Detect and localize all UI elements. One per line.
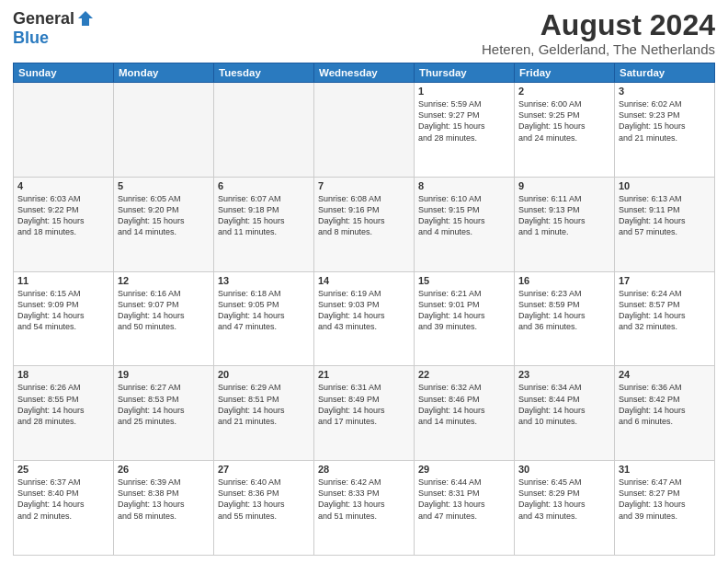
logo: General Blue [13, 9, 95, 48]
day-number: 10 [619, 180, 711, 191]
calendar-cell: 30Sunrise: 6:45 AM Sunset: 8:29 PM Dayli… [515, 461, 615, 556]
month-year: August 2024 [482, 9, 715, 41]
day-number: 31 [619, 464, 711, 475]
day-info: Sunrise: 6:21 AM Sunset: 9:01 PM Dayligh… [418, 288, 510, 333]
day-info: Sunrise: 6:27 AM Sunset: 8:53 PM Dayligh… [118, 382, 210, 427]
calendar-cell: 26Sunrise: 6:39 AM Sunset: 8:38 PM Dayli… [114, 461, 214, 556]
day-info: Sunrise: 6:29 AM Sunset: 8:51 PM Dayligh… [218, 382, 310, 427]
calendar-week-row: 1Sunrise: 5:59 AM Sunset: 9:27 PM Daylig… [14, 83, 715, 178]
day-info: Sunrise: 6:24 AM Sunset: 8:57 PM Dayligh… [619, 288, 711, 333]
calendar-cell: 2Sunrise: 6:00 AM Sunset: 9:25 PM Daylig… [515, 83, 615, 178]
day-number: 17 [619, 275, 711, 286]
day-info: Sunrise: 6:26 AM Sunset: 8:55 PM Dayligh… [17, 382, 109, 427]
day-info: Sunrise: 6:32 AM Sunset: 8:46 PM Dayligh… [418, 382, 510, 427]
day-number: 15 [418, 275, 510, 286]
svg-marker-0 [78, 11, 93, 26]
calendar-cell: 15Sunrise: 6:21 AM Sunset: 9:01 PM Dayli… [415, 271, 515, 366]
day-number: 2 [518, 86, 610, 97]
day-info: Sunrise: 6:39 AM Sunset: 8:38 PM Dayligh… [118, 477, 210, 522]
day-number: 12 [118, 275, 210, 286]
calendar-cell: 31Sunrise: 6:47 AM Sunset: 8:27 PM Dayli… [615, 461, 715, 556]
calendar-cell: 29Sunrise: 6:44 AM Sunset: 8:31 PM Dayli… [415, 461, 515, 556]
calendar-cell [214, 83, 314, 178]
day-info: Sunrise: 6:34 AM Sunset: 8:44 PM Dayligh… [518, 382, 610, 427]
calendar-day-header: Wednesday [314, 63, 415, 83]
logo-blue-text: Blue [13, 29, 49, 48]
location: Heteren, Gelderland, The Netherlands [482, 41, 715, 57]
day-number: 11 [17, 275, 109, 286]
calendar-cell: 6Sunrise: 6:07 AM Sunset: 9:18 PM Daylig… [214, 177, 314, 271]
day-number: 9 [518, 180, 610, 191]
day-number: 23 [518, 369, 610, 380]
calendar-cell: 13Sunrise: 6:18 AM Sunset: 9:05 PM Dayli… [214, 271, 314, 366]
day-info: Sunrise: 6:31 AM Sunset: 8:49 PM Dayligh… [318, 382, 410, 427]
calendar-cell [14, 83, 114, 178]
calendar-cell: 8Sunrise: 6:10 AM Sunset: 9:15 PM Daylig… [415, 177, 515, 271]
logo-icon [76, 9, 95, 28]
calendar-header-row: SundayMondayTuesdayWednesdayThursdayFrid… [14, 63, 715, 83]
calendar-cell: 27Sunrise: 6:40 AM Sunset: 8:36 PM Dayli… [214, 461, 314, 556]
page: General Blue August 2024 Heteren, Gelder… [0, 0, 728, 563]
calendar-day-header: Friday [515, 63, 615, 83]
day-info: Sunrise: 6:47 AM Sunset: 8:27 PM Dayligh… [619, 477, 711, 522]
day-info: Sunrise: 6:05 AM Sunset: 9:20 PM Dayligh… [118, 193, 210, 238]
calendar-cell: 17Sunrise: 6:24 AM Sunset: 8:57 PM Dayli… [615, 271, 715, 366]
calendar-cell: 5Sunrise: 6:05 AM Sunset: 9:20 PM Daylig… [114, 177, 214, 271]
day-number: 1 [418, 86, 510, 97]
calendar-cell [114, 83, 214, 178]
calendar-week-row: 4Sunrise: 6:03 AM Sunset: 9:22 PM Daylig… [14, 177, 715, 271]
day-info: Sunrise: 6:07 AM Sunset: 9:18 PM Dayligh… [218, 193, 310, 238]
day-info: Sunrise: 6:16 AM Sunset: 9:07 PM Dayligh… [118, 288, 210, 333]
calendar-cell: 18Sunrise: 6:26 AM Sunset: 8:55 PM Dayli… [14, 366, 114, 461]
day-info: Sunrise: 6:08 AM Sunset: 9:16 PM Dayligh… [318, 193, 410, 238]
day-number: 24 [619, 369, 711, 380]
calendar-cell: 11Sunrise: 6:15 AM Sunset: 9:09 PM Dayli… [14, 271, 114, 366]
day-info: Sunrise: 6:23 AM Sunset: 8:59 PM Dayligh… [518, 288, 610, 333]
day-number: 21 [318, 369, 410, 380]
calendar-day-header: Monday [114, 63, 214, 83]
calendar-cell: 16Sunrise: 6:23 AM Sunset: 8:59 PM Dayli… [515, 271, 615, 366]
day-number: 22 [418, 369, 510, 380]
calendar-cell: 1Sunrise: 5:59 AM Sunset: 9:27 PM Daylig… [415, 83, 515, 178]
day-number: 19 [118, 369, 210, 380]
calendar-cell: 10Sunrise: 6:13 AM Sunset: 9:11 PM Dayli… [615, 177, 715, 271]
day-info: Sunrise: 6:45 AM Sunset: 8:29 PM Dayligh… [518, 477, 610, 522]
day-number: 29 [418, 464, 510, 475]
day-number: 14 [318, 275, 410, 286]
day-info: Sunrise: 6:03 AM Sunset: 9:22 PM Dayligh… [17, 193, 109, 238]
day-info: Sunrise: 6:10 AM Sunset: 9:15 PM Dayligh… [418, 193, 510, 238]
day-number: 7 [318, 180, 410, 191]
calendar-cell: 19Sunrise: 6:27 AM Sunset: 8:53 PM Dayli… [114, 366, 214, 461]
header: General Blue August 2024 Heteren, Gelder… [13, 9, 715, 57]
calendar-day-header: Thursday [415, 63, 515, 83]
day-info: Sunrise: 6:40 AM Sunset: 8:36 PM Dayligh… [218, 477, 310, 522]
day-info: Sunrise: 6:37 AM Sunset: 8:40 PM Dayligh… [17, 477, 109, 522]
calendar-table: SundayMondayTuesdayWednesdayThursdayFrid… [13, 63, 715, 556]
calendar-cell: 22Sunrise: 6:32 AM Sunset: 8:46 PM Dayli… [415, 366, 515, 461]
day-info: Sunrise: 6:11 AM Sunset: 9:13 PM Dayligh… [518, 193, 610, 238]
day-info: Sunrise: 6:00 AM Sunset: 9:25 PM Dayligh… [518, 98, 610, 144]
calendar-week-row: 18Sunrise: 6:26 AM Sunset: 8:55 PM Dayli… [14, 366, 715, 461]
day-info: Sunrise: 6:44 AM Sunset: 8:31 PM Dayligh… [418, 477, 510, 522]
title-block: August 2024 Heteren, Gelderland, The Net… [482, 9, 715, 57]
day-number: 30 [518, 464, 610, 475]
day-number: 3 [619, 86, 711, 97]
day-info: Sunrise: 6:18 AM Sunset: 9:05 PM Dayligh… [218, 288, 310, 333]
day-info: Sunrise: 6:36 AM Sunset: 8:42 PM Dayligh… [619, 382, 711, 427]
calendar-cell: 4Sunrise: 6:03 AM Sunset: 9:22 PM Daylig… [14, 177, 114, 271]
day-number: 5 [118, 180, 210, 191]
calendar-week-row: 11Sunrise: 6:15 AM Sunset: 9:09 PM Dayli… [14, 271, 715, 366]
calendar-cell: 24Sunrise: 6:36 AM Sunset: 8:42 PM Dayli… [615, 366, 715, 461]
day-info: Sunrise: 6:15 AM Sunset: 9:09 PM Dayligh… [17, 288, 109, 333]
day-number: 4 [17, 180, 109, 191]
calendar-cell: 12Sunrise: 6:16 AM Sunset: 9:07 PM Dayli… [114, 271, 214, 366]
day-number: 18 [17, 369, 109, 380]
day-number: 6 [218, 180, 310, 191]
day-info: Sunrise: 6:42 AM Sunset: 8:33 PM Dayligh… [318, 477, 410, 522]
calendar-cell: 20Sunrise: 6:29 AM Sunset: 8:51 PM Dayli… [214, 366, 314, 461]
day-number: 26 [118, 464, 210, 475]
day-number: 27 [218, 464, 310, 475]
day-info: Sunrise: 5:59 AM Sunset: 9:27 PM Dayligh… [418, 98, 510, 144]
day-info: Sunrise: 6:19 AM Sunset: 9:03 PM Dayligh… [318, 288, 410, 333]
day-number: 20 [218, 369, 310, 380]
